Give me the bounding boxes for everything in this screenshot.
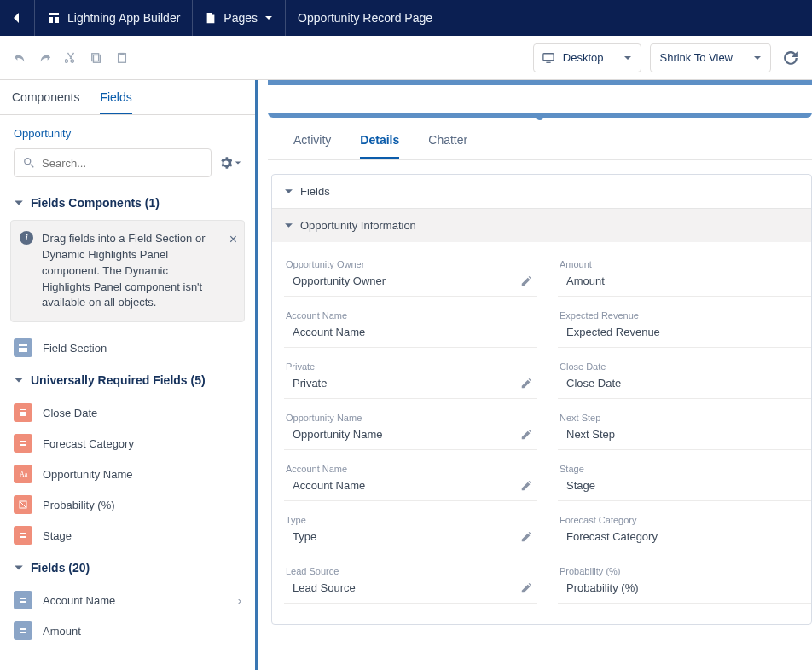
record-field[interactable]: AmountAmount: [558, 254, 811, 305]
toolbar: Desktop Shrink To View: [0, 36, 812, 80]
app-label-cell: Lightning App Builder: [35, 0, 193, 36]
info-icon: i: [20, 231, 33, 245]
edit-icon[interactable]: [520, 275, 532, 287]
fields-header[interactable]: Fields: [272, 175, 811, 208]
record-field[interactable]: Opportunity NameOpportunity Name: [284, 407, 537, 459]
copy-icon[interactable]: [90, 52, 102, 64]
edit-icon[interactable]: [520, 531, 532, 543]
record-field[interactable]: Probability (%)Probability (%): [558, 561, 811, 612]
edit-icon[interactable]: [520, 480, 532, 492]
info-text: Drag fields into a Field Section or Dyna…: [42, 232, 205, 309]
back-button[interactable]: [0, 0, 35, 36]
record-field[interactable]: Lead SourceLead Source: [284, 561, 537, 612]
required-field-item[interactable]: Close Date: [0, 397, 255, 428]
record-field[interactable]: Forecast CategoryForecast Category: [558, 510, 811, 561]
paste-icon[interactable]: [116, 52, 128, 64]
device-label: Desktop: [563, 51, 604, 64]
zoom-select[interactable]: Shrink To View: [650, 43, 771, 72]
section-title: Fields Components (1): [31, 196, 160, 210]
field-label: Forecast Category: [43, 437, 134, 450]
svg-rect-22: [20, 632, 26, 633]
field-value: Expected Revenue: [566, 326, 806, 338]
search-icon: [23, 157, 35, 169]
device-select[interactable]: Desktop: [533, 43, 642, 72]
record-field[interactable]: StageStage: [558, 459, 811, 510]
app-icon: [47, 11, 61, 25]
required-field-item[interactable]: Forecast Category: [0, 428, 255, 459]
redo-icon[interactable]: [39, 52, 51, 64]
svg-rect-7: [543, 53, 554, 60]
panel-settings[interactable]: [220, 157, 241, 169]
svg-rect-0: [49, 13, 59, 15]
selected-component-outline[interactable]: [268, 80, 812, 118]
left-panel: Components Fields Opportunity Fields Com…: [0, 80, 258, 670]
svg-rect-10: [19, 348, 27, 352]
section-required-fields[interactable]: Universally Required Fields (5): [0, 363, 255, 397]
cut-icon[interactable]: [65, 52, 77, 64]
object-crumb[interactable]: Opportunity: [0, 115, 255, 148]
section-fields[interactable]: Fields (20): [0, 551, 255, 585]
undo-icon[interactable]: [14, 52, 26, 64]
close-icon[interactable]: ×: [229, 229, 237, 249]
field-value: Close Date: [566, 377, 806, 390]
field-label: Opportunity Name: [43, 468, 133, 481]
svg-rect-19: [20, 598, 26, 599]
field-value: Opportunity Owner: [293, 274, 513, 287]
field-type-icon: [14, 403, 32, 422]
record-field[interactable]: Close DateClose Date: [558, 356, 811, 407]
refresh-icon[interactable]: [783, 50, 798, 66]
svg-rect-14: [20, 444, 26, 446]
page-title: Opportunity Record Page: [298, 11, 432, 25]
field-type-icon: [14, 591, 32, 609]
gear-icon: [220, 157, 232, 169]
field-item[interactable]: Amount: [0, 615, 255, 646]
field-label: Stage: [558, 464, 811, 474]
component-field-section[interactable]: Field Section: [0, 332, 255, 363]
required-field-item[interactable]: AaOpportunity Name: [0, 459, 255, 489]
opportunity-info-header[interactable]: Opportunity Information: [272, 208, 811, 242]
tab-details[interactable]: Details: [360, 133, 399, 159]
chevron-down-icon: [14, 563, 24, 573]
field-label: Probability (%): [43, 499, 115, 511]
svg-rect-21: [20, 628, 26, 630]
record-field[interactable]: Opportunity OwnerOpportunity Owner: [284, 254, 537, 305]
section-title: Fields (20): [31, 561, 90, 575]
chevron-down-icon: [284, 221, 293, 230]
field-type-icon: Aa: [14, 465, 32, 483]
field-label: Close Date: [558, 361, 811, 372]
record-field[interactable]: Account NameAccount Name: [284, 305, 537, 356]
field-value: Type: [293, 530, 513, 543]
svg-rect-12: [20, 410, 26, 412]
svg-rect-20: [20, 601, 26, 603]
svg-rect-6: [119, 52, 124, 55]
tab-fields[interactable]: Fields: [100, 90, 131, 114]
tab-activity[interactable]: Activity: [293, 133, 331, 159]
required-field-item[interactable]: Stage: [0, 520, 255, 551]
pages-label: Pages: [223, 11, 258, 25]
search-box[interactable]: [14, 148, 212, 177]
required-field-item[interactable]: Probability (%): [0, 489, 255, 520]
record-field[interactable]: TypeType: [284, 510, 537, 561]
edit-icon[interactable]: [520, 378, 532, 390]
search-input[interactable]: [42, 157, 202, 170]
field-label: Amount: [558, 259, 811, 269]
zoom-label: Shrink To View: [659, 51, 733, 64]
record-field[interactable]: Next StepNext Step: [558, 407, 811, 459]
pages-menu[interactable]: Pages: [193, 0, 286, 36]
field-value: Opportunity Name: [293, 428, 513, 441]
field-label: Opportunity Owner: [284, 259, 537, 269]
tab-chatter[interactable]: Chatter: [428, 133, 467, 159]
chevron-down-icon: [284, 187, 293, 196]
chevron-down-icon: [14, 198, 24, 208]
field-value: Stage: [566, 479, 806, 492]
tab-components[interactable]: Components: [12, 90, 79, 114]
field-item[interactable]: Account Name›: [0, 585, 255, 615]
section-title: Universally Required Fields (5): [31, 373, 206, 387]
edit-icon[interactable]: [520, 429, 532, 441]
record-field[interactable]: PrivatePrivate: [284, 356, 537, 407]
field-label: Account Name: [284, 310, 537, 321]
section-fields-components[interactable]: Fields Components (1): [0, 186, 255, 220]
edit-icon[interactable]: [520, 582, 532, 594]
record-field[interactable]: Expected RevenueExpected Revenue: [558, 305, 811, 356]
record-field[interactable]: Account NameAccount Name: [284, 459, 537, 510]
